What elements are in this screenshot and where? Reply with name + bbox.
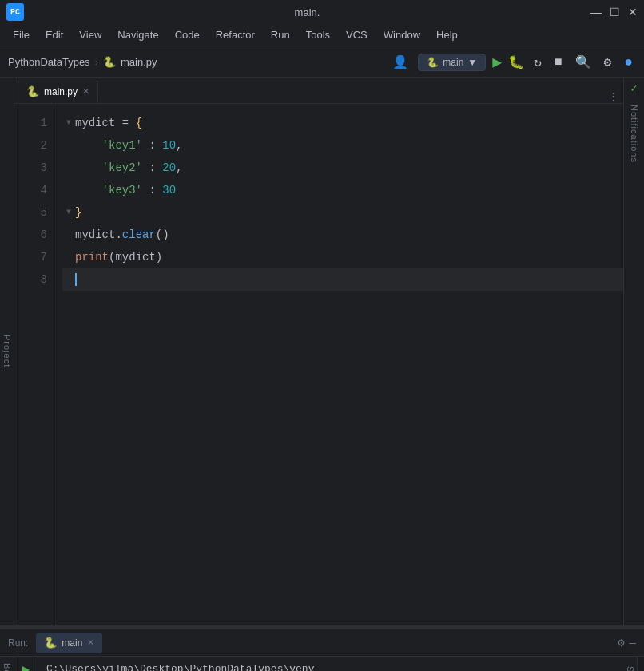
breadcrumb-project[interactable]: PythonDataTypes bbox=[8, 56, 90, 68]
breadcrumb: PythonDataTypes › 🐍 main.py bbox=[8, 56, 157, 68]
menu-window[interactable]: Window bbox=[377, 26, 427, 43]
line-num-3: 3 bbox=[21, 157, 47, 179]
code-line-4: 'key3' : 30 bbox=[62, 179, 623, 201]
close-button[interactable]: ✕ bbox=[628, 6, 638, 18]
code-line-8 bbox=[62, 268, 623, 291]
project-panel-toggle[interactable]: Project bbox=[0, 78, 14, 625]
terminal-toolbar: ▶ ▲ ▼ ⇔ ≡ ■ 📌 🗑 bbox=[14, 657, 38, 671]
maximize-button[interactable]: ☐ bbox=[610, 6, 620, 18]
run-panel-tabs: Run: 🐍 main ✕ ⚙ — bbox=[0, 629, 644, 657]
code-line-7: print(mydict) bbox=[62, 246, 623, 268]
main-area: Project 🐍 main.py ✕ ⋮ 1 2 3 4 5 6 7 bbox=[0, 78, 644, 625]
minimize-button[interactable]: — bbox=[590, 6, 602, 18]
run-tab-label: main bbox=[62, 637, 82, 649]
tab-file-icon: 🐍 bbox=[26, 85, 39, 97]
terminal-area: Bookmarks ▶ ▲ ▼ ⇔ ≡ ■ 📌 🗑 C:\Users\yilma… bbox=[0, 657, 644, 671]
settings-button[interactable]: ⚙ bbox=[601, 53, 615, 72]
menu-vcs[interactable]: VCS bbox=[340, 26, 374, 43]
menu-help[interactable]: Help bbox=[430, 26, 464, 43]
code-line-3: 'key2' : 20, bbox=[62, 157, 623, 179]
menu-bar: File Edit View Navigate Code Refactor Ru… bbox=[0, 24, 644, 46]
run-config-python-icon: 🐍 bbox=[427, 57, 439, 68]
file-icon: 🐍 bbox=[103, 56, 116, 68]
run-tab-main[interactable]: 🐍 main ✕ bbox=[36, 633, 102, 653]
avatar-button[interactable]: ● bbox=[621, 53, 636, 72]
bookmarks-panel: Bookmarks bbox=[0, 657, 14, 671]
menu-view[interactable]: View bbox=[73, 26, 108, 43]
tab-label: main.py bbox=[44, 86, 78, 97]
menu-tools[interactable]: Tools bbox=[300, 26, 336, 43]
structure-panel: Structure bbox=[623, 657, 638, 671]
editor-tabs: 🐍 main.py ✕ ⋮ bbox=[14, 78, 623, 104]
run-button[interactable]: ▶ bbox=[492, 52, 502, 72]
menu-run[interactable]: Run bbox=[264, 26, 296, 43]
editor-container: 🐍 main.py ✕ ⋮ 1 2 3 4 5 6 7 8 bbox=[14, 78, 623, 625]
code-line-2: 'key1' : 10, bbox=[62, 134, 623, 157]
line-num-4: 4 bbox=[21, 179, 47, 201]
run-minimize-icon[interactable]: — bbox=[630, 637, 636, 649]
line-num-1: 1 bbox=[21, 112, 47, 134]
notifications-toggle[interactable]: Notifications bbox=[630, 105, 639, 163]
run-config-dropdown[interactable]: 🐍 main ▼ bbox=[418, 54, 486, 71]
code-line-1: ▼ mydict = { bbox=[62, 112, 623, 134]
run-again-button[interactable]: ▶ bbox=[22, 661, 30, 671]
terminal-scrollbar[interactable] bbox=[638, 657, 644, 671]
stop-button[interactable]: ■ bbox=[551, 54, 566, 71]
run-tab-icon: 🐍 bbox=[44, 637, 57, 649]
line-num-7: 7 bbox=[21, 246, 47, 268]
bookmarks-toggle[interactable]: Bookmarks bbox=[2, 663, 12, 671]
terminal-path: C:\Users\yilma\Desktop\PythonDataTypes\v… bbox=[46, 661, 615, 671]
search-button[interactable]: 🔍 bbox=[572, 53, 594, 72]
window-title: main. bbox=[24, 6, 590, 18]
inspections-ok-icon[interactable]: ✓ bbox=[630, 81, 637, 95]
menu-file[interactable]: File bbox=[6, 26, 36, 43]
line-num-5: 5 bbox=[21, 201, 47, 224]
fold-1[interactable]: ▼ bbox=[62, 117, 75, 129]
account-icon[interactable]: 👤 bbox=[389, 53, 411, 72]
code-line-6: mydict.clear() bbox=[62, 224, 623, 246]
debug-button[interactable]: 🐛 bbox=[508, 54, 524, 70]
tabs-menu-icon[interactable]: ⋮ bbox=[608, 90, 618, 103]
code-area[interactable]: 1 2 3 4 5 6 7 8 ▼ mydict = { 'key1' : 10 bbox=[14, 104, 623, 625]
run-label: Run: bbox=[8, 637, 28, 649]
fold-5[interactable]: ▼ bbox=[62, 206, 75, 219]
toolbar: PythonDataTypes › 🐍 main.py 👤 🐍 main ▼ ▶… bbox=[0, 46, 644, 78]
line-num-2: 2 bbox=[21, 134, 47, 157]
menu-refactor[interactable]: Refactor bbox=[209, 26, 261, 43]
right-sidebar: ✓ Notifications bbox=[623, 78, 644, 625]
structure-toggle[interactable]: Structure bbox=[626, 666, 635, 671]
app-logo: PC bbox=[6, 3, 24, 21]
menu-code[interactable]: Code bbox=[169, 26, 206, 43]
text-cursor bbox=[75, 273, 77, 286]
line-num-6: 6 bbox=[21, 224, 47, 246]
run-config-label: main bbox=[443, 57, 463, 68]
code-editor[interactable]: ▼ mydict = { 'key1' : 10, 'key2' : 20, bbox=[54, 104, 623, 625]
line-numbers: 1 2 3 4 5 6 7 8 bbox=[14, 104, 54, 625]
refresh-button[interactable]: ↻ bbox=[531, 53, 545, 72]
run-tab-close[interactable]: ✕ bbox=[87, 637, 94, 648]
code-line-5: ▼ } bbox=[62, 201, 623, 224]
breadcrumb-file[interactable]: main.py bbox=[121, 56, 157, 68]
menu-navigate[interactable]: Navigate bbox=[111, 26, 165, 43]
bottom-panel: Run: 🐍 main ✕ ⚙ — Bookmarks ▶ ▲ ▼ ⇔ ≡ ■ … bbox=[0, 629, 644, 671]
tab-main-py[interactable]: 🐍 main.py ✕ bbox=[18, 81, 98, 103]
run-settings-icon[interactable]: ⚙ bbox=[618, 636, 624, 649]
tab-close-button[interactable]: ✕ bbox=[82, 86, 89, 97]
title-bar: PC main. — ☐ ✕ bbox=[0, 0, 644, 24]
terminal-output[interactable]: C:\Users\yilma\Desktop\PythonDataTypes\v… bbox=[38, 657, 623, 671]
line-num-8: 8 bbox=[21, 268, 47, 291]
run-config-arrow: ▼ bbox=[467, 57, 477, 68]
menu-edit[interactable]: Edit bbox=[39, 26, 70, 43]
